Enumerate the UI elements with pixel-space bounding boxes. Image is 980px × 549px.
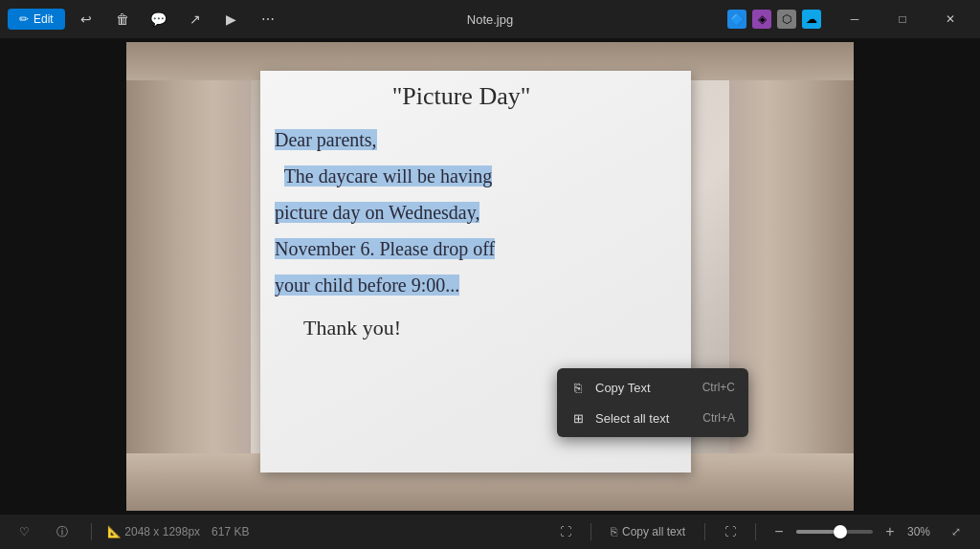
copy-text-menu-item[interactable]: ⎘ Copy Text Ctrl+C (557, 372, 748, 403)
back-button[interactable]: ↩ (71, 4, 101, 34)
copy-text-shortcut: Ctrl+C (702, 381, 735, 394)
note-line-1: Dear parents, (275, 124, 648, 155)
edit-label: Edit (33, 12, 54, 26)
statusbar: ♡ ⓘ 📐 2048 x 1298px 617 KB ⛶ ⎘ Copy all … (0, 515, 980, 549)
file-size: 617 KB (212, 525, 249, 538)
statusbar-left: ♡ ⓘ 📐 2048 x 1298px 617 KB (11, 520, 249, 544)
door-left (126, 42, 251, 511)
select-all-text-menu-item[interactable]: ⊞ Select all text Ctrl+A (557, 403, 748, 433)
close-button[interactable]: ✕ (928, 4, 972, 34)
select-all-icon: ⊞ (570, 410, 586, 426)
zoom-in-button[interactable]: + (879, 520, 902, 543)
note-line-2-text: The daycare will be having (284, 165, 493, 187)
note-line-4-text: November 6. Please drop off (275, 238, 495, 259)
note-line-5: your child before 9:00... (275, 270, 648, 300)
dimensions-text: 2048 x 1298px (124, 525, 200, 538)
select-all-left: ⊞ Select all text (570, 410, 669, 426)
copy-text-left: ⎘ Copy Text (570, 380, 651, 395)
note-signature: Thank you! (303, 316, 677, 340)
note-title: "Picture Day" (275, 82, 648, 111)
zoom-slider-thumb (834, 525, 847, 538)
note-line-5-text: your child before 9:00... (275, 274, 459, 296)
tray-icon-3: ⬡ (777, 10, 796, 29)
window-title: Note.jpg (467, 12, 513, 27)
copy-all-text-button[interactable]: ⎘ Copy all text (603, 521, 693, 542)
copy-text-icon: ⎘ (570, 380, 586, 395)
maximize-button[interactable]: □ (880, 4, 924, 34)
divider-1 (91, 523, 92, 540)
fit-screen-button[interactable]: ⛶ (552, 521, 579, 542)
image-dimensions: 📐 2048 x 1298px (107, 525, 200, 538)
door-right (729, 42, 854, 511)
note-body: Dear parents, The daycare will be having… (275, 124, 648, 300)
divider-3 (704, 523, 705, 540)
copy-all-label: Copy all text (622, 525, 685, 538)
zoom-percent: 30% (907, 525, 936, 538)
note-line-1-text: Dear parents, (275, 129, 377, 150)
context-menu: ⎘ Copy Text Ctrl+C ⊞ Select all text Ctr… (557, 368, 748, 437)
divider-4 (755, 523, 756, 540)
zoom-bar: − + 30% (768, 520, 936, 543)
select-all-label: Select all text (595, 411, 669, 426)
edit-icon: ✏ (19, 12, 29, 26)
share-button[interactable]: 💬 (144, 4, 174, 34)
slideshow-button[interactable]: ▶ (216, 4, 247, 34)
note-line-3: picture day on Wednesday, (275, 197, 648, 228)
divider-2 (590, 523, 591, 540)
fit-zoom-button[interactable]: ⤢ (944, 521, 969, 542)
note-line-2: The daycare will be having (275, 161, 648, 191)
note-line-3-text: picture day on Wednesday, (275, 202, 479, 223)
titlebar-title: Note.jpg (467, 12, 513, 27)
titlebar-left: ✏ Edit ↩ 🗑 💬 ↗ ▶ ⋯ (8, 4, 283, 34)
zoom-out-button[interactable]: − (768, 520, 791, 543)
note-line-4: November 6. Please drop off (275, 233, 648, 264)
tray-icon-1: 🔷 (727, 10, 746, 29)
filesize-text: 617 KB (212, 525, 249, 538)
copy-link-button[interactable]: ↗ (180, 4, 211, 34)
heart-button[interactable]: ♡ (11, 521, 37, 542)
image-area: "Picture Day" Dear parents, The daycare … (0, 38, 980, 515)
photo-container: "Picture Day" Dear parents, The daycare … (126, 42, 854, 511)
note-content: "Picture Day" Dear parents, The daycare … (275, 82, 677, 340)
select-all-shortcut: Ctrl+A (702, 411, 735, 425)
minimize-button[interactable]: ─ (833, 4, 877, 34)
titlebar-right: 🔷 ◈ ⬡ ☁ ─ □ ✕ (727, 4, 972, 34)
tray-icon-4: ☁ (802, 10, 821, 29)
statusbar-right: ⛶ ⎘ Copy all text ⛶ − + 30% ⤢ (552, 520, 969, 543)
fullscreen-button[interactable]: ⛶ (717, 521, 744, 542)
edit-button[interactable]: ✏ Edit (8, 9, 65, 30)
copy-text-label: Copy Text (595, 381, 651, 395)
titlebar: ✏ Edit ↩ 🗑 💬 ↗ ▶ ⋯ Note.jpg 🔷 ◈ ⬡ ☁ ─ □ … (0, 0, 980, 38)
zoom-slider[interactable] (796, 530, 873, 534)
tray-icon-2: ◈ (752, 10, 771, 29)
copy-all-icon: ⎘ (611, 525, 617, 538)
info-button[interactable]: ⓘ (49, 520, 76, 544)
more-button[interactable]: ⋯ (253, 4, 283, 34)
tray-icons: 🔷 ◈ ⬡ ☁ (727, 10, 821, 29)
delete-button[interactable]: 🗑 (107, 4, 138, 34)
